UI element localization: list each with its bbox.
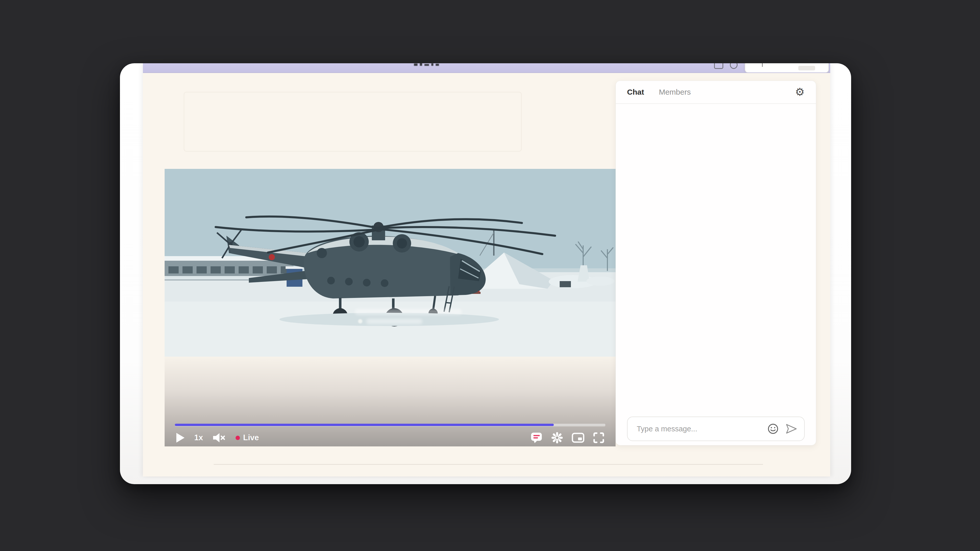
toolbar-extension-icon[interactable] — [714, 63, 723, 69]
toolbar-popup-clipped — [745, 63, 829, 73]
browser-window: 1x Live — [120, 63, 851, 484]
desktop-background: 1x Live — [0, 0, 980, 551]
progress-bar[interactable] — [175, 424, 605, 426]
video-frame[interactable] — [165, 169, 616, 357]
play-button[interactable] — [176, 433, 185, 443]
live-label: Live — [243, 433, 259, 442]
chat-header: Chat Members ⚙ — [616, 81, 816, 104]
chat-message-list[interactable] — [616, 104, 816, 416]
video-player: 1x Live — [165, 169, 616, 446]
subtitle-blur-dot — [358, 319, 363, 324]
subtitle-blur-line — [355, 309, 462, 315]
settings-icon — [551, 432, 563, 444]
pip-button[interactable] — [572, 433, 584, 443]
playback-speed-label[interactable]: 1x — [194, 433, 203, 442]
popup-caret — [762, 63, 762, 67]
subtitle-blur-line — [366, 319, 422, 324]
fullscreen-button[interactable] — [593, 432, 605, 443]
chat-input-row — [616, 416, 816, 445]
player-control-area: 1x Live — [165, 357, 616, 446]
volume-muted-icon — [213, 433, 226, 443]
message-input[interactable] — [628, 425, 767, 433]
browser-toolbar — [143, 63, 830, 73]
player-settings-button[interactable] — [551, 432, 563, 444]
live-indicator[interactable]: Live — [235, 433, 259, 442]
chat-overlay-icon — [530, 432, 542, 443]
play-icon — [176, 433, 185, 443]
emoji-icon[interactable] — [767, 423, 779, 434]
page-divider — [213, 464, 763, 465]
chat-settings-gear-icon[interactable]: ⚙ — [795, 87, 805, 97]
address-text-clipped — [414, 63, 457, 66]
toolbar-profile-icon[interactable] — [730, 63, 738, 69]
mute-button[interactable] — [213, 433, 226, 443]
tab-chat[interactable]: Chat — [627, 88, 644, 97]
send-icon[interactable] — [785, 423, 797, 434]
live-dot-icon — [235, 436, 240, 440]
chat-overlay-button[interactable] — [530, 432, 542, 443]
stream-page: 1x Live — [143, 63, 830, 476]
progress-fill — [175, 424, 554, 426]
chat-panel: Chat Members ⚙ — [616, 81, 816, 445]
message-input-box[interactable] — [627, 416, 805, 441]
ghost-outline — [184, 92, 522, 151]
video-scene-helicopter — [165, 169, 616, 357]
tab-members[interactable]: Members — [659, 88, 691, 97]
fullscreen-icon — [593, 432, 605, 443]
popup-button[interactable] — [798, 66, 815, 70]
player-controls-row: 1x Live — [165, 431, 616, 445]
picture-in-picture-icon — [572, 433, 584, 443]
